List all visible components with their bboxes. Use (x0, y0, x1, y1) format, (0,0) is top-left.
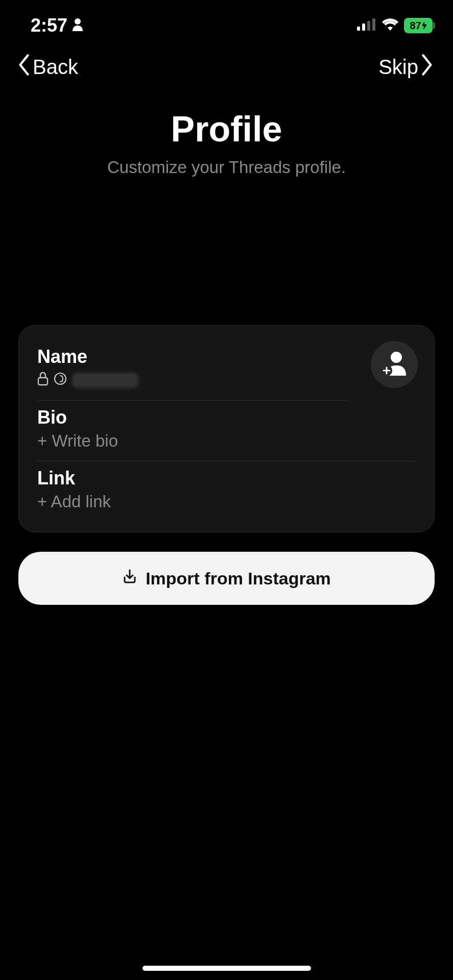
link-placeholder: + Add link (37, 492, 416, 511)
link-row[interactable]: Link + Add link (37, 461, 416, 517)
link-label: Link (37, 468, 416, 489)
add-avatar-button[interactable] (371, 341, 418, 388)
bio-label: Bio (37, 407, 416, 428)
skip-button[interactable]: Skip (378, 54, 435, 80)
back-label: Back (33, 56, 78, 79)
import-instagram-button[interactable]: Import from Instagram (18, 552, 435, 605)
cellular-signal-icon (357, 18, 376, 33)
name-value-redacted (72, 373, 138, 388)
status-bar-right: 87 (357, 18, 433, 33)
svg-point-0 (75, 18, 81, 24)
page-title: Profile (171, 109, 282, 150)
lock-icon (37, 371, 49, 390)
import-label: Import from Instagram (146, 569, 331, 589)
svg-rect-3 (367, 21, 370, 31)
status-bar-left: 2:57 (31, 15, 84, 36)
battery-text: 87 (410, 20, 421, 32)
chevron-left-icon (16, 54, 32, 80)
chevron-right-icon (419, 54, 435, 80)
download-icon (122, 569, 137, 589)
heading: Profile Customize your Threads profile. (0, 109, 453, 177)
name-value (37, 371, 416, 390)
svg-point-10 (55, 373, 66, 384)
name-row[interactable]: Name (37, 340, 416, 400)
threads-mark-icon (54, 371, 67, 390)
person-icon (71, 15, 84, 36)
nav-bar: Back Skip (0, 39, 453, 80)
back-button[interactable]: Back (16, 54, 78, 80)
bio-placeholder: + Write bio (37, 431, 416, 451)
name-label: Name (37, 346, 416, 368)
profile-card: Name Bio + Write bio Link + Add l (18, 325, 435, 532)
svg-rect-9 (38, 378, 47, 385)
page-subtitle: Customize your Threads profile. (107, 158, 346, 177)
svg-rect-4 (372, 18, 375, 31)
home-indicator[interactable] (142, 966, 311, 971)
wifi-icon (382, 18, 399, 33)
skip-label: Skip (378, 56, 418, 79)
svg-rect-1 (357, 27, 360, 31)
status-bar: 2:57 87 (0, 0, 453, 39)
svg-point-5 (391, 352, 402, 363)
add-person-icon (380, 350, 409, 379)
bio-row[interactable]: Bio + Write bio (37, 401, 416, 461)
status-time: 2:57 (31, 15, 67, 36)
battery-indicator: 87 (404, 18, 433, 33)
svg-rect-2 (362, 23, 365, 31)
